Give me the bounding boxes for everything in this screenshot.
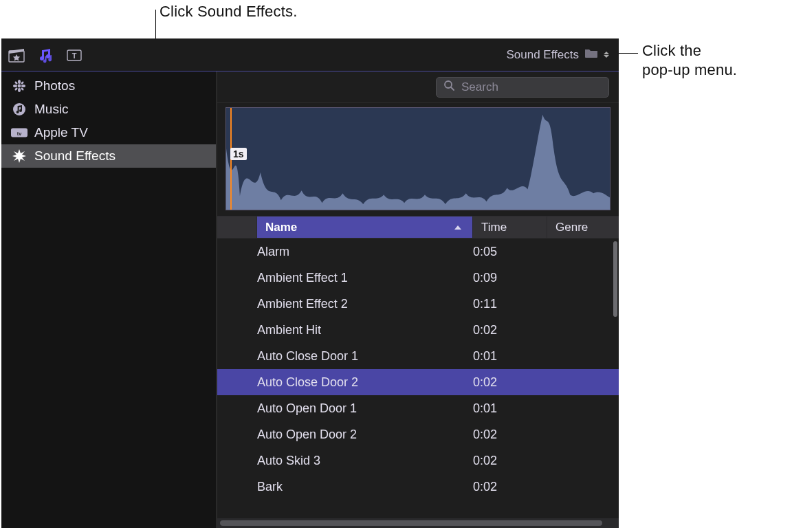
svg-marker-16 [12, 149, 26, 163]
search-field[interactable] [436, 77, 609, 98]
svg-point-9 [14, 81, 19, 85]
svg-point-11 [14, 87, 19, 91]
column-header-name-label: Name [265, 221, 297, 234]
cell-time: 0:02 [473, 428, 547, 442]
table-header: Name Time Genre [217, 217, 619, 239]
media-browser-window: T Sound Effects [1, 38, 619, 528]
table-row[interactable]: Auto Skid 30:02 [217, 447, 619, 474]
toolbar-tabs: T [7, 45, 84, 65]
cell-time: 0:01 [473, 349, 547, 364]
callout-top: Click Sound Effects. [160, 3, 297, 21]
svg-line-18 [451, 87, 454, 90]
svg-point-10 [21, 81, 25, 85]
cell-time: 0:09 [473, 271, 547, 285]
table-row[interactable]: Ambient Effect 10:09 [217, 265, 619, 291]
cell-name: Alarm [257, 245, 473, 259]
cell-name: Auto Open Door 2 [257, 428, 473, 442]
cell-time: 0:02 [473, 323, 547, 337]
sidebar-item-label: Apple TV [34, 125, 88, 140]
body-split: Photos Music tv Apple TV Sound Effects [1, 71, 619, 528]
audio-table: Name Time Genre Alarm0:05Ambient Effect … [217, 216, 619, 528]
horizontal-scrollbar-thumb[interactable] [220, 520, 602, 526]
column-header-time[interactable]: Time [473, 217, 547, 238]
svg-point-8 [21, 85, 25, 87]
svg-point-4 [18, 85, 21, 88]
category-popup-label: Sound Effects [506, 48, 579, 62]
column-header-genre-label: Genre [556, 221, 588, 234]
svg-point-13 [13, 103, 25, 115]
table-row[interactable]: Alarm0:05 [217, 239, 619, 265]
sidebar: Photos Music tv Apple TV Sound Effects [1, 71, 217, 528]
table-row[interactable]: Auto Open Door 10:01 [217, 395, 619, 421]
svg-point-6 [18, 88, 21, 92]
svg-marker-1 [13, 54, 20, 60]
column-header-blank[interactable] [217, 217, 257, 238]
callout-right: Click the pop-up menu. [642, 41, 737, 79]
cell-name: Auto Close Door 1 [257, 349, 473, 364]
burst-icon [11, 149, 28, 163]
table-body[interactable]: Alarm0:05Ambient Effect 10:09Ambient Eff… [217, 239, 619, 518]
waveform-graphic [226, 108, 610, 210]
titles-browser-icon[interactable]: T [65, 45, 84, 65]
table-row[interactable]: Auto Close Door 10:01 [217, 343, 619, 369]
table-row[interactable]: Ambient Hit0:02 [217, 317, 619, 343]
flower-icon [11, 79, 28, 93]
cell-name: Ambient Hit [257, 323, 473, 337]
horizontal-scrollbar[interactable] [217, 518, 619, 528]
table-row[interactable]: Ambient Effect 20:11 [217, 291, 619, 317]
cell-name: Auto Open Door 1 [257, 401, 473, 416]
sidebar-item-label: Music [34, 102, 69, 117]
cell-time: 0:02 [473, 454, 547, 468]
callout-right-line1: Click the [642, 41, 737, 60]
svg-point-5 [18, 80, 21, 84]
sidebar-item-sound-effects[interactable]: Sound Effects [1, 144, 216, 168]
waveform-time-badge: 1s [230, 148, 247, 160]
table-row[interactable]: Auto Close Door 20:02 [217, 369, 619, 395]
svg-text:T: T [72, 52, 77, 60]
cell-name: Auto Close Door 2 [257, 375, 473, 390]
cell-name: Ambient Effect 1 [257, 271, 473, 285]
callout-right-line2: pop-up menu. [642, 60, 737, 80]
sidebar-item-photos[interactable]: Photos [1, 74, 216, 98]
table-row[interactable]: Auto Open Door 20:02 [217, 421, 619, 447]
search-row [217, 71, 619, 103]
up-down-icon [604, 50, 610, 60]
search-icon [443, 80, 454, 94]
column-header-time-label: Time [481, 221, 507, 234]
sidebar-item-appletv[interactable]: tv Apple TV [1, 121, 216, 144]
appletv-icon: tv [11, 126, 28, 140]
toolbar: T Sound Effects [1, 38, 619, 71]
table-row[interactable]: Bark0:02 [217, 474, 619, 500]
search-input[interactable] [460, 80, 608, 95]
cell-time: 0:05 [473, 245, 547, 259]
callout-leader-right [616, 53, 638, 54]
column-header-name[interactable]: Name [257, 217, 473, 238]
music-icon [11, 102, 28, 116]
sidebar-item-label: Sound Effects [34, 148, 116, 164]
category-popup[interactable]: Sound Effects [506, 47, 610, 62]
clapper-favorite-icon[interactable] [7, 45, 26, 65]
sidebar-item-label: Photos [34, 78, 75, 93]
folder-icon [584, 47, 598, 62]
cell-time: 0:01 [473, 401, 547, 416]
column-header-genre[interactable]: Genre [547, 217, 619, 238]
svg-point-7 [13, 85, 17, 87]
cell-name: Bark [257, 480, 473, 494]
cell-time: 0:11 [473, 297, 547, 311]
vertical-scrollbar[interactable] [613, 241, 617, 317]
music-browser-icon[interactable] [36, 45, 55, 65]
cell-time: 0:02 [473, 480, 547, 494]
cell-name: Ambient Effect 2 [257, 297, 473, 311]
sort-ascending-icon [454, 225, 461, 230]
svg-text:tv: tv [17, 131, 22, 137]
cell-name: Auto Skid 3 [257, 454, 473, 468]
svg-point-12 [21, 87, 25, 91]
right-pane: 1s Name Time Genre [217, 71, 619, 528]
waveform-preview[interactable]: 1s [226, 107, 610, 210]
sidebar-item-music[interactable]: Music [1, 98, 216, 121]
cell-time: 0:02 [473, 375, 547, 390]
